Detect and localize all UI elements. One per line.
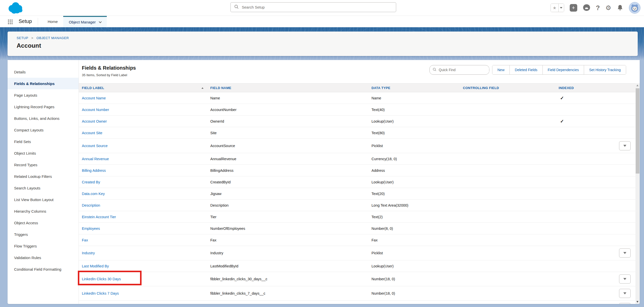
setup-gear-button[interactable]: ⚙ — [605, 4, 611, 12]
field-name-cell: Fax — [207, 238, 368, 242]
sidebar-item-object-access[interactable]: Object Access — [8, 217, 79, 229]
quick-find-box[interactable] — [429, 65, 489, 75]
sidebar-item-related-lookup-filters[interactable]: Related Lookup Filters — [8, 171, 79, 182]
fields-table-body: Account NameNameName✓Account NumberAccou… — [79, 92, 635, 304]
nav-divider — [38, 18, 38, 25]
data-type-cell: Text(2) — [368, 215, 460, 219]
vertical-scrollbar[interactable] — [635, 83, 640, 304]
sidebar-item-lightning-record-pages[interactable]: Lightning Record Pages — [8, 101, 79, 113]
search-icon — [234, 5, 239, 10]
breadcrumb-separator: > — [31, 36, 33, 40]
column-header-field-label[interactable]: FIELD LABEL — [79, 86, 207, 90]
sidebar-item-page-layouts[interactable]: Page Layouts — [8, 89, 79, 101]
chevron-down-icon — [623, 292, 626, 294]
table-row: Created ByCreatedByIdLookup(User) — [79, 176, 635, 188]
global-search[interactable] — [230, 2, 396, 12]
field-label-cell: Created By — [79, 180, 207, 184]
sidebar-item-record-types[interactable]: Record Types — [8, 159, 79, 171]
action-button-field-dependencies[interactable]: Field Dependencies — [543, 65, 584, 74]
action-button-new[interactable]: New — [492, 65, 510, 74]
trailhead-button[interactable] — [583, 4, 590, 12]
field-label-link[interactable]: Einstein Account Tier — [82, 215, 116, 219]
favorites-star-button[interactable]: ★ — [551, 4, 558, 12]
field-label-link[interactable]: Billing Address — [82, 169, 106, 173]
chevron-down-icon — [623, 278, 626, 280]
sidebar-item-flow-triggers[interactable]: Flow Triggers — [8, 240, 79, 252]
field-label-link[interactable]: Account Owner — [82, 119, 107, 123]
sidebar-item-compact-layouts[interactable]: Compact Layouts — [8, 124, 79, 136]
sidebar-item-object-limits[interactable]: Object Limits — [8, 147, 79, 159]
sidebar-item-conditional-field-formatting[interactable]: Conditional Field Formatting — [8, 263, 79, 275]
tab-label: Home — [48, 19, 58, 24]
field-label-link[interactable]: Annual Revenue — [82, 157, 109, 161]
field-label-link[interactable]: Fax — [82, 238, 88, 242]
row-actions-menu-button[interactable] — [619, 274, 631, 284]
sidebar-item-list-view-button-layout[interactable]: List View Button Layout — [8, 194, 79, 205]
favorites-dropdown-button[interactable] — [558, 4, 564, 12]
field-label-link[interactable]: Last Modified By — [82, 264, 109, 268]
column-header-controlling-field[interactable]: CONTROLLING FIELD — [460, 86, 556, 90]
breadcrumb-setup-link[interactable]: SETUP — [17, 36, 28, 40]
field-label-link[interactable]: Account Site — [82, 131, 102, 135]
field-label-link[interactable]: LinkedIn Clicks 7 Days — [82, 291, 119, 295]
table-row: LinkedIn Clicks 7 Daysfibbler_linkedin_c… — [79, 286, 635, 301]
help-button[interactable]: ? — [596, 4, 600, 12]
sidebar-item-buttons-links-and-actions[interactable]: Buttons, Links, and Actions — [8, 113, 79, 124]
column-header-data-type[interactable]: DATA TYPE — [368, 86, 460, 90]
setup-nav-bar: Setup HomeObject Manager — [0, 16, 644, 27]
field-name-cell: Name — [207, 96, 368, 100]
nav-tabs: HomeObject Manager — [42, 16, 107, 27]
sidebar-item-search-layouts[interactable]: Search Layouts — [8, 182, 79, 194]
breadcrumb: SETUP > OBJECT MANAGER — [17, 36, 638, 40]
field-label-link[interactable]: Data.com Key — [82, 192, 105, 196]
sort-ascending-icon — [201, 87, 204, 89]
scrollbar-thumb[interactable] — [636, 88, 639, 174]
global-actions-button[interactable]: + — [570, 4, 577, 12]
scroll-up-arrow-icon[interactable] — [636, 85, 638, 86]
field-label-cell: Account Name — [79, 96, 207, 100]
app-launcher-icon[interactable] — [8, 19, 13, 24]
sidebar-item-triggers[interactable]: Triggers — [8, 229, 79, 240]
breadcrumb-object-manager-link[interactable]: OBJECT MANAGER — [37, 36, 69, 40]
tab-object-manager[interactable]: Object Manager — [63, 16, 107, 27]
sidebar-item-hierarchy-columns[interactable]: Hierarchy Columns — [8, 205, 79, 217]
field-label-cell: Data.com Key — [79, 192, 207, 196]
field-label-link[interactable]: Employees — [82, 227, 100, 231]
tab-home[interactable]: Home — [42, 16, 63, 27]
global-search-input[interactable] — [242, 5, 396, 9]
sidebar-item-validation-rules[interactable]: Validation Rules — [8, 252, 79, 263]
table-row — [79, 301, 635, 304]
field-label-link[interactable]: LinkedIn Clicks 30 Days — [82, 277, 121, 281]
sidebar-item-field-sets[interactable]: Field Sets — [8, 136, 79, 147]
row-actions-menu-button[interactable] — [619, 303, 631, 304]
field-label-cell: Account Source — [79, 144, 207, 148]
field-label-cell: Account Number — [79, 108, 207, 112]
field-label-link[interactable]: Created By — [82, 180, 100, 184]
notifications-bell-button[interactable] — [617, 4, 623, 12]
header-utility-icons: ★ + ? ⚙ — [551, 0, 640, 16]
action-button-set-history-tracking[interactable]: Set History Tracking — [584, 65, 626, 74]
sidebar-item-fields-relationships[interactable]: Fields & Relationships — [8, 78, 79, 89]
field-label-link[interactable]: Description — [82, 203, 100, 207]
field-label-link[interactable]: Account Name — [82, 96, 106, 100]
field-label-link[interactable]: Account Number — [82, 108, 109, 112]
column-header-indexed[interactable]: INDEXED — [556, 86, 635, 90]
row-actions-menu-button[interactable] — [619, 248, 631, 258]
field-label-link[interactable]: Industry — [82, 251, 95, 255]
field-name-cell: BillingAddress — [207, 169, 368, 173]
scroll-down-arrow-icon[interactable] — [636, 301, 638, 303]
field-label-link[interactable]: Account Source — [82, 144, 108, 148]
table-row: Account NameNameName✓ — [79, 92, 635, 104]
field-name-cell: AnnualRevenue — [207, 157, 368, 161]
sidebar-item-details[interactable]: Details — [8, 66, 79, 78]
field-name-cell: Jigsaw — [207, 192, 368, 196]
column-header-field-name[interactable]: FIELD NAME — [207, 86, 368, 90]
row-actions-menu-button[interactable] — [619, 289, 631, 298]
field-label-cell: Industry — [79, 251, 207, 255]
quick-find-input[interactable] — [439, 68, 489, 72]
action-button-deleted-fields[interactable]: Deleted Fields — [510, 65, 543, 74]
object-manager-sidebar: DetailsFields & RelationshipsPage Layout… — [8, 60, 79, 304]
user-avatar[interactable] — [629, 2, 640, 14]
field-label-cell: Annual Revenue — [79, 157, 207, 161]
row-actions-menu-button[interactable] — [619, 141, 631, 150]
